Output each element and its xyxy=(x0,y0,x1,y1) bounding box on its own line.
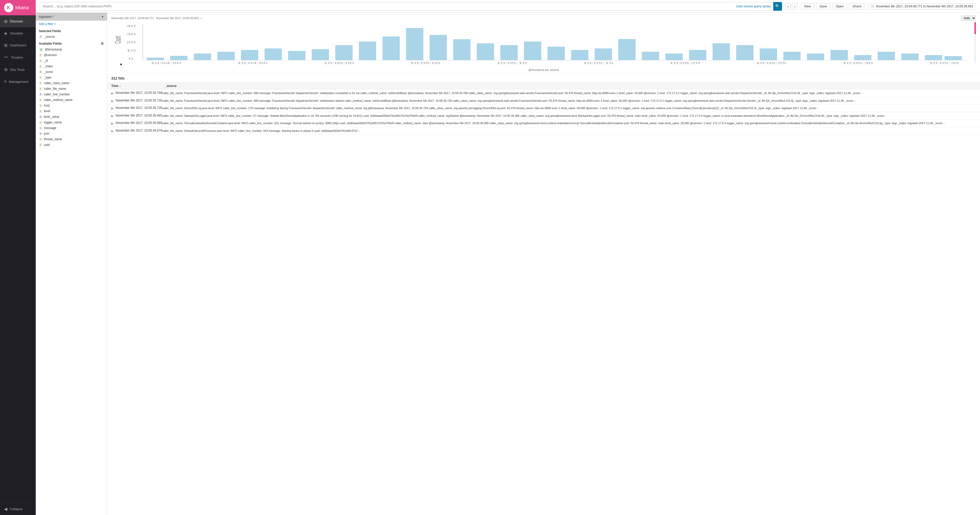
sidebar-item-dashboard[interactable]: ⊞ Dashboard xyxy=(0,39,36,51)
svg-text:10:05:10: 10:05:10 xyxy=(496,62,527,65)
row-toggle-5[interactable]: ▶ xyxy=(111,129,114,133)
field-item-index[interactable]: t _index xyxy=(36,63,107,69)
field-type-t: t xyxy=(39,98,42,102)
search-button[interactable]: 🔍 xyxy=(773,2,782,11)
result-source-3: caller_file_name: StartupInfoLogger.java… xyxy=(162,114,886,118)
nav-prev-button[interactable]: ‹ xyxy=(785,3,791,10)
save-button[interactable]: Save xyxy=(816,3,830,10)
svg-rect-36 xyxy=(736,45,754,60)
row-toggle-1[interactable]: ▶ xyxy=(111,99,114,103)
field-name-port: port xyxy=(44,132,49,135)
selected-field-source[interactable]: ? _source xyxy=(36,34,107,40)
gear-icon[interactable]: ⚙ xyxy=(100,41,104,46)
field-type-t: t xyxy=(39,65,42,68)
field-item-port[interactable]: # port xyxy=(36,131,107,136)
field-item-version[interactable]: t @version xyxy=(36,52,107,58)
row-toggle-0[interactable]: ▶ xyxy=(111,92,114,95)
available-fields-header: Available Fields ⚙ xyxy=(36,40,107,47)
field-item-level-value[interactable]: # level_value xyxy=(36,114,107,120)
svg-rect-28 xyxy=(547,47,565,60)
field-name-uuid: uuid xyxy=(44,143,50,147)
result-row-header-5[interactable]: ▶ November 6th 2017, 10:05:34.579 caller… xyxy=(107,127,980,135)
sidebar-item-visualize-label: Visualize xyxy=(10,32,23,35)
result-source-4: caller_file_name: TomcatEmbeddedServletC… xyxy=(162,121,945,125)
result-time-2: November 6th 2017, 10:05:35.726 xyxy=(116,106,162,109)
col-source-header: _source xyxy=(165,84,177,88)
new-button[interactable]: New xyxy=(801,3,814,10)
svg-rect-16 xyxy=(265,48,282,60)
field-item-type[interactable]: t _type xyxy=(36,75,107,80)
sidebar-item-discover-label: Discover xyxy=(10,19,23,23)
svg-text:10:04:55: 10:04:55 xyxy=(237,62,268,65)
top-bar: Uses lucene query syntax 🔍 ‹ › New Save … xyxy=(36,0,980,13)
field-type-t: t xyxy=(39,87,42,90)
svg-text:10:05:35: 10:05:35 xyxy=(929,62,959,65)
results-area[interactable]: 312 hits Time ↓ _source ▶ November 6th 2… xyxy=(107,74,980,515)
svg-text:20: 20 xyxy=(126,41,136,44)
sidebar-item-collapse[interactable]: ◀ Collapse xyxy=(0,503,36,515)
field-name-caller-file: caller_file_name xyxy=(44,87,66,90)
result-row-header-1[interactable]: ▶ November 6th 2017, 10:05:35.726 caller… xyxy=(107,97,980,105)
result-row-header-2[interactable]: ▶ November 6th 2017, 10:05:35.726 caller… xyxy=(107,105,980,112)
svg-rect-38 xyxy=(783,52,800,60)
field-item-caller-line[interactable]: # caller_line_number xyxy=(36,92,107,97)
collapse-icon: ◀ xyxy=(4,507,7,512)
field-item-thread-name[interactable]: t thread_name xyxy=(36,136,107,142)
field-name-level: level xyxy=(44,109,50,113)
field-type-t: t xyxy=(39,54,42,57)
field-item-message[interactable]: t message xyxy=(36,125,107,131)
svg-text:10:04:50: 10:04:50 xyxy=(151,62,181,65)
result-source-2: caller_file_name: DirectJDKLog.java leve… xyxy=(162,106,818,110)
main-content: November 6th 2017, 10:04:48.771 · Novemb… xyxy=(107,13,980,515)
kibana-logo: K kibana xyxy=(0,0,36,15)
sidebar-item-visualize[interactable]: ◈ Visualize xyxy=(0,27,36,39)
add-filter[interactable]: Add a filter + xyxy=(36,21,107,27)
result-row-header-0[interactable]: ▶ November 6th 2017, 10:05:35.768 caller… xyxy=(107,89,980,97)
field-item-id[interactable]: t _id xyxy=(36,58,107,63)
nav-next-button[interactable]: › xyxy=(792,3,798,10)
result-source-1: caller_file_name: FrameworkServlet.java … xyxy=(162,99,856,103)
field-item-score[interactable]: # _score xyxy=(36,69,107,75)
search-input[interactable] xyxy=(40,2,736,11)
svg-rect-19 xyxy=(335,45,353,60)
sidebar-item-timelion[interactable]: 〜 Timelion xyxy=(0,51,36,64)
devtools-icon: ⚙ xyxy=(4,67,8,72)
field-item-logger[interactable]: t logger_name xyxy=(36,120,107,125)
index-toggle-icon: ▼ xyxy=(101,15,104,18)
field-item-level[interactable]: t level xyxy=(36,108,107,114)
field-item-timestamp[interactable]: @ @timestamp xyxy=(36,47,107,52)
result-time-0: November 6th 2017, 10:05:35.768 xyxy=(116,91,162,95)
auto-select[interactable]: Auto xyxy=(961,15,976,21)
sidebar-item-devtools[interactable]: ⚙ Dev Tools xyxy=(0,64,36,76)
field-item-uuid[interactable]: t uuid xyxy=(36,142,107,147)
row-toggle-3[interactable]: ▶ xyxy=(111,114,114,118)
svg-rect-23 xyxy=(430,35,447,60)
row-toggle-4[interactable]: ▶ xyxy=(111,122,114,125)
field-type-hash: # xyxy=(39,132,42,135)
index-header[interactable]: logstash-* ▼ xyxy=(36,13,107,21)
lucene-link[interactable]: Uses lucene query syntax xyxy=(736,5,773,8)
svg-rect-13 xyxy=(194,54,211,60)
svg-rect-24 xyxy=(453,39,471,60)
time-range-picker[interactable]: 🕐 November 6th 2017, 10:04:48.771 to Nov… xyxy=(868,3,976,10)
row-toggle-2[interactable]: ▶ xyxy=(111,106,114,110)
result-time-4: November 6th 2017, 10:05:35.089 xyxy=(116,121,162,125)
field-item-caller-file[interactable]: t caller_file_name xyxy=(36,86,107,92)
field-name-score: _score xyxy=(44,70,53,74)
share-button[interactable]: Share xyxy=(849,3,865,10)
field-item-caller-class[interactable]: t caller_class_name xyxy=(36,80,107,86)
chart-collapse-button[interactable]: ▲ xyxy=(119,62,123,66)
result-row-header-3[interactable]: ▶ November 6th 2017, 10:05:35.465 caller… xyxy=(107,112,980,120)
field-item-caller-method[interactable]: t caller_method_name xyxy=(36,97,107,103)
chart-svg: 40 30 20 10 0 xyxy=(111,22,976,68)
open-button[interactable]: Open xyxy=(832,3,847,10)
field-item-host[interactable]: t host xyxy=(36,103,107,108)
sidebar-item-discover[interactable]: ⊙ Discover xyxy=(0,15,36,27)
svg-rect-42 xyxy=(878,52,895,60)
col-time-header[interactable]: Time ↓ xyxy=(111,84,155,88)
svg-text:Count: Count xyxy=(113,36,123,44)
table-row: ▶ November 6th 2017, 10:05:35.726 caller… xyxy=(107,97,980,105)
field-name-host: host xyxy=(44,104,50,107)
sidebar-item-management[interactable]: ≡ Management xyxy=(0,76,36,87)
result-row-header-4[interactable]: ▶ November 6th 2017, 10:05:35.089 caller… xyxy=(107,120,980,127)
